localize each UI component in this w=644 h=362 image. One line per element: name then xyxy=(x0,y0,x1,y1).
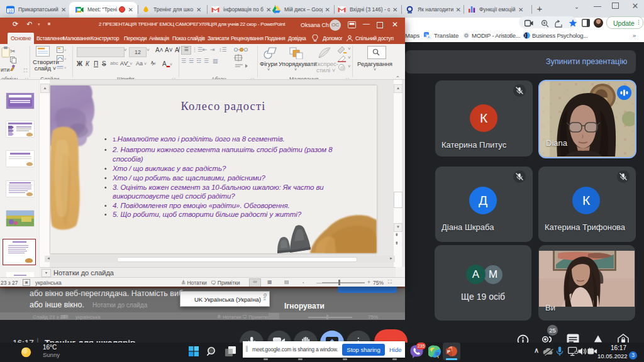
svg-text:˅: ˅ xyxy=(64,57,66,61)
svg-text:10: 10 xyxy=(8,8,13,13)
svg-text:˅: ˅ xyxy=(64,66,66,70)
svg-text:P: P xyxy=(447,349,450,354)
svg-text:˅: ˅ xyxy=(64,48,66,52)
